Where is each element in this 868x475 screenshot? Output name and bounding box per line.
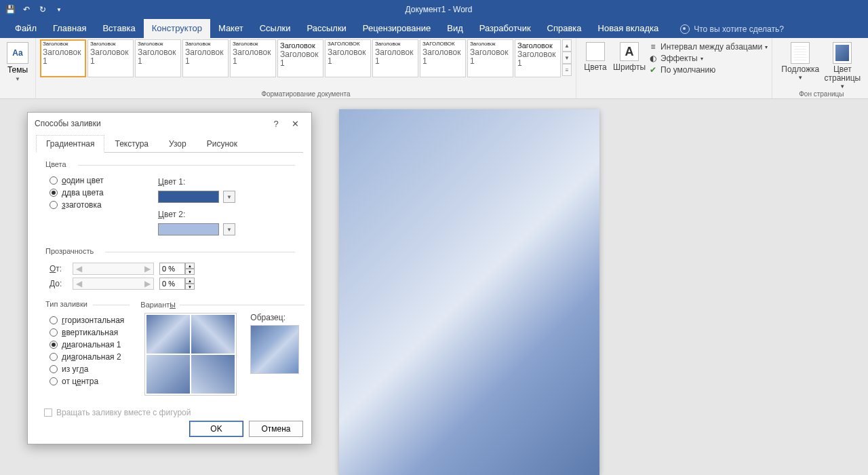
close-icon[interactable]: ✕ — [285, 114, 304, 133]
style-set-item[interactable]: ЗаголовокЗаголовок 1 — [372, 39, 418, 77]
colors-button[interactable]: Цвета — [580, 39, 610, 98]
variants-fieldset: Варианты Образец: — [139, 305, 304, 401]
dialog-title: Способы заливки — [35, 119, 101, 128]
variant-option[interactable] — [146, 355, 190, 394]
paragraph-spacing-button[interactable]: ≡Интервал между абзацами ▾ — [648, 42, 768, 52]
variant-option[interactable] — [191, 315, 235, 354]
qat-dropdown-icon[interactable]: ▼ — [52, 2, 66, 17]
style-set-item[interactable]: ЗаголовокЗаголовок 1 — [230, 39, 276, 77]
style-set-item[interactable]: ЗаголовокЗаголовок 1 — [277, 39, 323, 77]
fill-effects-dialog: Способы заливки ? ✕ Градиентная Текстура… — [27, 112, 312, 444]
transparency-fieldset: Прозрачность От: ◀▶ ▲▼ До: ◀▶ ▲▼ — [44, 252, 295, 298]
style-set-item[interactable]: ЗаголовокЗаголовок 1 — [135, 39, 181, 77]
color1-swatch[interactable] — [158, 191, 219, 203]
ribbon-tabs: Файл Главная Вставка Конструктор Макет С… — [0, 19, 868, 38]
fonts-button[interactable]: A Шрифты — [614, 39, 644, 98]
tab-texture[interactable]: Текстура — [104, 135, 159, 153]
to-label: До: — [50, 279, 67, 288]
themes-button[interactable]: Aa Темы ▼ — [4, 39, 31, 82]
variant-option[interactable] — [146, 315, 190, 354]
page-color-button[interactable]: Цвет страницы▼ — [824, 42, 861, 90]
tab-view[interactable]: Вид — [439, 19, 471, 38]
color2-swatch[interactable] — [158, 223, 219, 235]
style-gallery: ЗаголовокЗаголовок 1 ЗаголовокЗаголовок … — [40, 39, 561, 80]
style-set-item[interactable]: ЗАГОЛОВОКЗаголовок 1 — [420, 39, 466, 77]
tab-picture[interactable]: Рисунок — [197, 135, 248, 153]
radio-diagonal2[interactable]: диагональная 2 — [50, 352, 124, 362]
from-spinner[interactable]: ▲▼ — [159, 263, 195, 275]
spin-up-icon[interactable]: ▲ — [185, 278, 195, 284]
dialog-buttons: OK Отмена — [189, 421, 303, 437]
spin-down-icon[interactable]: ▼ — [185, 284, 195, 290]
spacing-icon: ≡ — [648, 42, 658, 52]
group-doc-formatting: ЗаголовокЗаголовок 1 ЗаголовокЗаголовок … — [36, 38, 576, 98]
to-spinner[interactable]: ▲▼ — [159, 278, 195, 290]
tab-home[interactable]: Главная — [45, 19, 94, 38]
gallery-up-icon[interactable]: ▲ — [562, 39, 572, 52]
quick-access-toolbar: 💾 ↶ ↻ ▼ — [3, 2, 66, 17]
radio-horizontal[interactable]: ггоризонтальная — [50, 316, 124, 325]
undo-icon[interactable]: ↶ — [19, 2, 34, 17]
effects-icon: ◐ — [648, 54, 658, 63]
style-set-item[interactable]: ЗаголовокЗаголовок 1 — [40, 39, 86, 77]
tab-insert[interactable]: Вставка — [94, 19, 143, 38]
radio-from-center[interactable]: от центра — [50, 377, 124, 386]
effects-button[interactable]: ◐Эффекты ▾ — [648, 54, 768, 63]
spin-up-icon[interactable]: ▲ — [185, 263, 195, 269]
watermark-icon — [791, 42, 810, 64]
tab-review[interactable]: Рецензирование — [355, 19, 439, 38]
from-input[interactable] — [159, 263, 185, 275]
ribbon: Aa Темы ▼ ЗаголовокЗаголовок 1 Заголовок… — [0, 38, 868, 99]
style-set-item[interactable]: ЗаголовокЗаголовок 1 — [467, 39, 513, 77]
radio-preset[interactable]: ззаготовка — [50, 200, 144, 210]
tab-mailings[interactable]: Рассылки — [298, 19, 354, 38]
to-input[interactable] — [159, 278, 185, 290]
tab-new[interactable]: Новая вкладка — [590, 19, 667, 38]
group-page-background: Подложка▼ Цвет страницы▼ Фон страницы — [772, 38, 868, 98]
rotate-with-shape-checkbox: Вращать заливку вместе с фигурой — [44, 408, 295, 417]
tab-references[interactable]: Ссылки — [252, 19, 299, 38]
tab-design[interactable]: Конструктор — [144, 19, 210, 38]
color2-dropdown[interactable]: ▼ — [223, 223, 235, 235]
gallery-more-icon[interactable]: ≡ — [562, 64, 572, 76]
tab-help[interactable]: Справка — [539, 19, 590, 38]
tab-gradient[interactable]: Градиентная — [36, 135, 104, 153]
transparency-legend: Прозрачность — [44, 247, 95, 255]
radio-diagonal1[interactable]: диагональная 1 — [50, 340, 124, 349]
group-colors-fonts: Цвета A Шрифты ≡Интервал между абзацами … — [576, 38, 772, 98]
group-label: Фон страницы — [772, 90, 868, 98]
tab-pattern[interactable]: Узор — [159, 135, 197, 153]
tab-developer[interactable]: Разработчик — [471, 19, 539, 38]
spin-down-icon[interactable]: ▼ — [185, 269, 195, 275]
help-icon[interactable]: ? — [267, 114, 285, 133]
tell-me-search[interactable]: Что вы хотите сделать? — [680, 24, 784, 38]
tab-layout[interactable]: Макет — [210, 19, 252, 38]
radio-two-colors[interactable]: ддва цвета — [50, 188, 144, 197]
radio-vertical[interactable]: ввертикальная — [50, 328, 124, 337]
color1-dropdown[interactable]: ▼ — [223, 191, 235, 203]
save-icon[interactable]: 💾 — [3, 2, 18, 17]
from-slider[interactable]: ◀▶ — [73, 263, 154, 275]
watermark-button[interactable]: Подложка▼ — [782, 42, 818, 90]
style-set-item[interactable]: ЗаголовокЗаголовок 1 — [182, 39, 229, 77]
variants-grid — [144, 313, 237, 396]
set-default-button[interactable]: ✔По умолчанию — [648, 65, 768, 75]
redo-icon[interactable]: ↻ — [35, 2, 50, 17]
group-label: Форматирование документа — [36, 90, 576, 98]
to-slider[interactable]: ◀▶ — [73, 278, 154, 290]
bulb-icon — [680, 24, 690, 34]
cancel-button[interactable]: Отмена — [249, 421, 303, 437]
variant-option[interactable] — [191, 355, 235, 394]
colors-fieldset: Цвета оодин цвет ддва цвета ззаготовка Ц… — [44, 165, 295, 245]
ok-button[interactable]: OK — [189, 421, 243, 437]
radio-one-color[interactable]: оодин цвет — [50, 176, 144, 185]
fill-type-legend: Тип заливки — [44, 300, 89, 308]
tab-file[interactable]: Файл — [7, 19, 45, 38]
radio-from-corner[interactable]: из угла — [50, 364, 124, 374]
chevron-down-icon: ▼ — [15, 76, 20, 82]
style-set-item[interactable]: ЗаголовокЗаголовок 1 — [87, 39, 134, 77]
style-set-item[interactable]: ЗАГОЛОВОКЗаголовок 1 — [325, 39, 371, 77]
gallery-down-icon[interactable]: ▼ — [562, 52, 572, 64]
style-set-item[interactable]: ЗаголовокЗаголовок 1 — [515, 39, 561, 77]
sample-preview — [250, 325, 299, 374]
